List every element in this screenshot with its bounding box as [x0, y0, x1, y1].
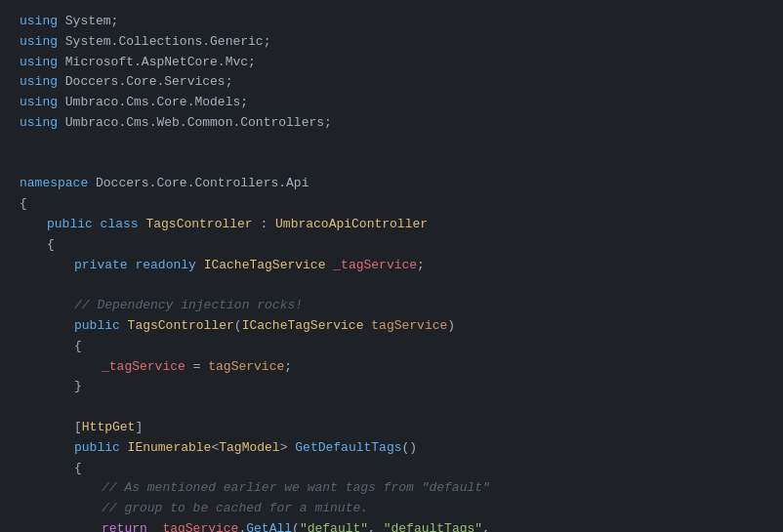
code-token: <	[211, 438, 219, 459]
code-token: using	[20, 113, 65, 134]
code-line: using Microsoft.AspNetCore.Mvc;	[0, 53, 783, 73]
code-token: public	[47, 215, 101, 235]
code-token: namespace	[20, 174, 96, 194]
code-token: {	[74, 459, 82, 479]
code-token: Doccers.Core.Services;	[65, 72, 233, 93]
code-token: .	[238, 519, 246, 532]
code-line: {	[0, 194, 783, 215]
code-editor: using System;using System.Collections.Ge…	[0, 0, 783, 532]
code-token: )	[447, 316, 455, 337]
code-token: Umbraco.Cms.Core.Models;	[65, 93, 248, 113]
code-token: :	[253, 215, 275, 235]
code-token	[363, 316, 371, 337]
code-token: IEnumerable	[128, 438, 212, 459]
code-token: "default"	[300, 519, 368, 532]
code-token: ,	[482, 519, 490, 532]
code-token: class	[101, 215, 146, 235]
code-line: // As mentioned earlier we want tags fro…	[0, 478, 783, 499]
code-line	[0, 154, 783, 175]
code-token: }	[74, 377, 82, 397]
code-token: {	[74, 337, 82, 357]
code-token: {	[20, 194, 27, 215]
code-line	[0, 134, 783, 154]
code-token: using	[20, 93, 65, 113]
code-token: using	[20, 32, 65, 53]
code-token: using	[20, 12, 65, 32]
code-line: _tagService = tagService;	[0, 357, 783, 378]
code-line: using Doccers.Core.Services;	[0, 72, 783, 93]
code-line: public TagsController(ICacheTagService t…	[0, 316, 783, 337]
code-token: ,	[368, 519, 384, 532]
code-token: GetAll	[246, 519, 292, 532]
code-line	[0, 397, 783, 418]
code-line: public class TagsController : UmbracoApi…	[0, 215, 783, 235]
code-line: using System;	[0, 12, 783, 32]
code-line: private readonly ICacheTagService _tagSe…	[0, 256, 783, 276]
code-line: using Umbraco.Cms.Web.Common.Controllers…	[0, 113, 783, 134]
code-token: public	[74, 316, 128, 337]
code-token: // Dependency injection rocks!	[74, 296, 303, 316]
code-token: Microsoft.AspNetCore.Mvc;	[65, 53, 256, 73]
code-line: {	[0, 459, 783, 479]
code-token: tagService	[208, 357, 284, 378]
code-token: Doccers.Core.Controllers.Api	[96, 174, 309, 194]
code-token: HttpGet	[82, 418, 136, 438]
code-token: tagService	[371, 316, 447, 337]
code-line: // group to be cached for a minute.	[0, 499, 783, 519]
code-token: TagsController	[128, 316, 234, 337]
code-token: TagModel	[219, 438, 279, 459]
code-token: (	[292, 519, 300, 532]
code-token: ;	[284, 357, 292, 378]
code-token: >	[280, 438, 296, 459]
code-line: {	[0, 235, 783, 256]
code-token: _tagService	[155, 519, 239, 532]
code-line: using System.Collections.Generic;	[0, 32, 783, 53]
code-token: return	[102, 519, 155, 532]
code-line: using Umbraco.Cms.Core.Models;	[0, 93, 783, 113]
code-token: ()	[402, 438, 418, 459]
code-line	[0, 275, 783, 296]
code-line: [HttpGet]	[0, 418, 783, 438]
code-token: // group to be cached for a minute.	[102, 499, 368, 519]
code-token: (	[234, 316, 242, 337]
code-token: System;	[65, 12, 119, 32]
code-line: {	[0, 337, 783, 357]
code-token: _tagService	[333, 256, 417, 276]
code-token: ;	[417, 256, 425, 276]
code-token: =	[185, 357, 208, 378]
code-token: ICacheTagService	[242, 316, 364, 337]
code-token: using	[20, 72, 65, 93]
code-token: // As mentioned earlier we want tags fro…	[102, 478, 490, 499]
code-token: System.Collections.Generic;	[65, 32, 271, 53]
code-line: namespace Doccers.Core.Controllers.Api	[0, 174, 783, 194]
code-token: readonly	[135, 256, 203, 276]
code-token: _tagService	[102, 357, 185, 378]
code-token: TagsController	[145, 215, 252, 235]
code-token: {	[47, 235, 55, 256]
code-line: }	[0, 377, 783, 397]
code-token: Umbraco.Cms.Web.Common.Controllers;	[65, 113, 332, 134]
code-token: ]	[135, 418, 143, 438]
code-line: public IEnumerable<TagModel> GetDefaultT…	[0, 438, 783, 459]
code-token: UmbracoApiController	[275, 215, 428, 235]
code-line: return _tagService.GetAll("default", "de…	[0, 519, 783, 532]
code-token: GetDefaultTags	[295, 438, 401, 459]
code-line: // Dependency injection rocks!	[0, 296, 783, 316]
code-token: public	[74, 438, 128, 459]
code-token: using	[20, 53, 65, 73]
code-token: private	[74, 256, 135, 276]
code-token: "defaultTags"	[384, 519, 482, 532]
code-token: ICacheTagService	[204, 256, 326, 276]
code-token: [	[74, 418, 82, 438]
